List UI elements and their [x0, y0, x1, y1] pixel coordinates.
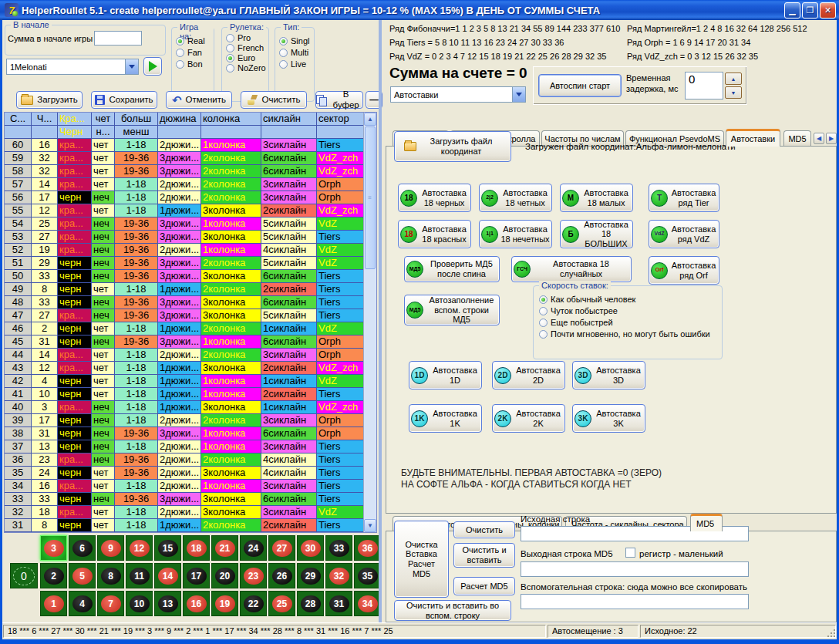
radio-type-multi[interactable]: Multi [279, 48, 309, 57]
header-cell[interactable]: Кра... [58, 113, 92, 125]
roulette-cell-21[interactable]: 21 [211, 535, 238, 561]
autobet-button[interactable]: 1|1Автоставка 18 нечетных [479, 220, 552, 248]
roulette-cell-4[interactable]: 4 [69, 591, 96, 616]
autobet-button[interactable]: БАвтоставка 18 БОЛЬШИХ [560, 220, 633, 248]
table-row[interactable]: 3524чернчет19-362дюжи...3колонка4сиклайн… [5, 467, 363, 480]
table-row[interactable]: 5033черннеч19-363дюжи...3колонка6сиклайн… [5, 270, 363, 283]
autobet-2d-button[interactable]: 2DАвтоставка 2D [492, 361, 565, 389]
roulette-cell-23[interactable]: 23 [240, 563, 267, 588]
header-cell[interactable]: сиклайн [261, 113, 317, 125]
roulette-cell-30[interactable]: 30 [297, 535, 324, 561]
table-row[interactable]: 5512кра...чет1-181дюжи...3колонка2сиклай… [5, 204, 363, 217]
autobet-button[interactable]: 18Автоставка 18 красных [398, 220, 471, 248]
roulette-cell-25[interactable]: 25 [268, 591, 295, 616]
md5-aux-input[interactable] [521, 594, 749, 609]
autobet-button[interactable]: VdZАвтоставка ряд VdZ [649, 220, 719, 248]
table-row[interactable]: 424чернчет1-181дюжи...1колонка1сиклайнVd… [5, 375, 363, 388]
radio-game-real[interactable]: Real [176, 36, 205, 46]
profile-combo[interactable]: 1Melonati [6, 59, 139, 75]
table-row[interactable]: 3713черннеч1-182дюжи...1колонка3сиклайнT… [5, 440, 363, 453]
md5-clear-paste-button[interactable]: Очистить и вставить [453, 543, 515, 568]
autobet-1d-button[interactable]: 1DАвтоставка 1D [409, 361, 482, 389]
autobet-button[interactable]: 18Автоставка 18 черных [398, 184, 471, 212]
header-cell[interactable]: менш [115, 126, 158, 138]
autobet-orf-button[interactable]: OrfАвтоставка ряд Orf [649, 256, 719, 285]
mode-combo[interactable]: Автоставки [390, 86, 526, 103]
autospin-start-button[interactable]: Автоспин старт [538, 74, 622, 97]
roulette-cell-33[interactable]: 33 [325, 535, 352, 561]
radio-roulette-euro[interactable]: Euro [226, 53, 266, 62]
table-row[interactable]: 5327кра...неч19-363дюжи...3колонка5сикла… [5, 231, 363, 244]
toolbar-buffer-button[interactable]: В буфер [315, 91, 363, 109]
roulette-cell-13[interactable]: 13 [154, 591, 181, 616]
table-row[interactable]: 4833черннеч19-363дюжи...3колонка6сиклайн… [5, 296, 363, 309]
table-row[interactable]: 5832кра...чет19-363дюжи...2колонка6сикла… [5, 165, 363, 178]
roulette-cell-29[interactable]: 29 [297, 563, 324, 588]
header-cell[interactable]: чет [92, 113, 115, 125]
roulette-cell-20[interactable]: 20 [211, 563, 238, 588]
roulette-cell-8[interactable]: 8 [97, 563, 124, 588]
radio-speed--[interactable]: Чуток побыстрее [539, 306, 710, 315]
radio-roulette-pro[interactable]: Pro [226, 33, 266, 42]
table-row[interactable]: 4110чернчет1-181дюжи...1колонка2сиклайнT… [5, 388, 363, 401]
radio-roulette-french[interactable]: French [226, 43, 266, 52]
autobet-button[interactable]: 2|2Автоставка 18 четных [479, 184, 552, 212]
header-cell[interactable]: сектор [317, 113, 363, 125]
header-cell[interactable] [317, 126, 363, 138]
delay-input[interactable]: 0 [685, 72, 723, 99]
roulette-cell-27[interactable]: 27 [268, 535, 295, 561]
roulette-cell-16[interactable]: 16 [183, 591, 210, 616]
table-row[interactable]: 3218кра...чет1-182дюжи...3колонка3сиклай… [5, 506, 363, 519]
table-row[interactable]: 6016кра...чет1-182дюжи...1колонка3сиклай… [5, 139, 363, 152]
roulette-cell-17[interactable]: 17 [183, 563, 210, 588]
header-cell[interactable]: больш [115, 113, 158, 125]
roulette-cell-1[interactable]: 1 [40, 591, 67, 616]
roulette-cell-34[interactable]: 34 [354, 591, 381, 616]
chevron-down-icon[interactable] [512, 87, 525, 102]
header-cell[interactable] [32, 126, 58, 138]
load-coords-button[interactable]: Загрузить файл координат [394, 131, 511, 162]
roulette-cell-15[interactable]: 15 [154, 535, 181, 561]
delay-spinner[interactable]: ▲ ▼ [725, 72, 742, 99]
table-row[interactable]: 318чернчет1-181дюжи...2колонка2сиклайнTi… [5, 519, 363, 532]
scrollbar-thumb[interactable]: ≡ [365, 126, 376, 269]
md5-clear-button[interactable]: Очистить [453, 521, 515, 538]
roulette-cell-26[interactable]: 26 [268, 563, 295, 588]
table-row[interactable]: 3831черннеч19-363дюжи...1колонка6сиклайн… [5, 427, 363, 440]
radio-game-fan[interactable]: Fan [176, 48, 205, 57]
md5-big-button[interactable]: Очистка Вставка Расчет MD5 [394, 521, 449, 598]
roulette-cell-18[interactable]: 18 [183, 535, 210, 561]
spin-down-icon[interactable]: ▼ [725, 86, 742, 99]
radio-type-singl[interactable]: Singl [279, 36, 309, 46]
table-row[interactable]: 4531черннеч19-363дюжи...1колонка6сиклайн… [5, 335, 363, 349]
radio-speed--[interactable]: Как обычный человек [539, 295, 710, 304]
roulette-cell-24[interactable]: 24 [240, 535, 267, 561]
table-row[interactable]: 5425кра...неч19-363дюжи...1колонка5сикла… [5, 217, 363, 231]
table-row[interactable]: 462чернчет1-181дюжи...2колонка1сиклайнVd… [5, 322, 363, 335]
radio-speed--[interactable]: Еще побыстрей [539, 318, 710, 327]
table-scrollbar[interactable]: ▲ ≡ ▼ [363, 113, 376, 532]
roulette-cell-14[interactable]: 14 [154, 563, 181, 588]
table-row[interactable]: 5714кра...чет1-182дюжи...2колонка3сиклай… [5, 178, 363, 191]
header-cell[interactable] [201, 126, 261, 138]
roulette-cell-22[interactable]: 22 [240, 591, 267, 616]
table-row[interactable]: 5129черннеч19-363дюжи...2колонка5сиклайн… [5, 257, 363, 270]
header-cell[interactable] [5, 126, 32, 138]
roulette-cell-11[interactable]: 11 [126, 563, 153, 588]
bottom-tab-3[interactable]: MD5 [690, 514, 723, 531]
scroll-up-icon[interactable]: ▲ [364, 113, 376, 126]
spin-up-icon[interactable]: ▲ [725, 72, 742, 85]
roulette-cell-7[interactable]: 7 [97, 591, 124, 616]
table-row[interactable]: 403кра...неч1-181дюжи...3колонка1сиклайн… [5, 401, 363, 414]
radio-speed--[interactable]: Почти мгновенно, но могут быть ошибки [539, 329, 710, 339]
header-cell[interactable]: С... [5, 113, 32, 125]
tab-автоставки[interactable]: Автоставки [726, 129, 780, 147]
roulette-cell-28[interactable]: 28 [297, 591, 324, 616]
roulette-cell-5[interactable]: 5 [69, 563, 96, 588]
autobet-3k-button[interactable]: 3KАвтоставка 3K [572, 404, 645, 433]
roulette-cell-19[interactable]: 19 [211, 591, 238, 616]
table-row[interactable]: 4312кра...чет1-181дюжи...3колонка2сиклай… [5, 362, 363, 375]
register-checkbox[interactable] [625, 548, 635, 558]
roulette-cell-31[interactable]: 31 [325, 591, 352, 616]
autobet-1k-button[interactable]: 1KАвтоставка 1K [409, 404, 482, 433]
